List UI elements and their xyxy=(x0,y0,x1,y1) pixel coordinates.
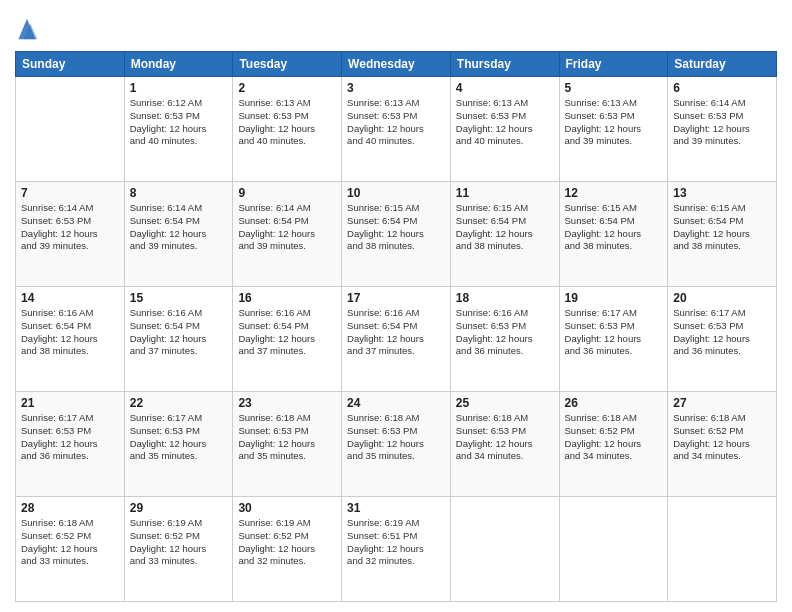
calendar-cell: 25Sunrise: 6:18 AM Sunset: 6:53 PM Dayli… xyxy=(450,392,559,497)
day-number: 30 xyxy=(238,501,336,515)
calendar-header-row: SundayMondayTuesdayWednesdayThursdayFrid… xyxy=(16,52,777,77)
calendar-cell: 22Sunrise: 6:17 AM Sunset: 6:53 PM Dayli… xyxy=(124,392,233,497)
day-header-monday: Monday xyxy=(124,52,233,77)
day-number: 26 xyxy=(565,396,663,410)
day-info: Sunrise: 6:17 AM Sunset: 6:53 PM Dayligh… xyxy=(21,412,119,463)
day-header-tuesday: Tuesday xyxy=(233,52,342,77)
day-header-saturday: Saturday xyxy=(668,52,777,77)
day-number: 19 xyxy=(565,291,663,305)
calendar-week-row: 14Sunrise: 6:16 AM Sunset: 6:54 PM Dayli… xyxy=(16,287,777,392)
day-number: 13 xyxy=(673,186,771,200)
calendar-cell: 26Sunrise: 6:18 AM Sunset: 6:52 PM Dayli… xyxy=(559,392,668,497)
day-header-friday: Friday xyxy=(559,52,668,77)
day-info: Sunrise: 6:18 AM Sunset: 6:52 PM Dayligh… xyxy=(21,517,119,568)
day-number: 4 xyxy=(456,81,554,95)
calendar-cell: 13Sunrise: 6:15 AM Sunset: 6:54 PM Dayli… xyxy=(668,182,777,287)
day-number: 22 xyxy=(130,396,228,410)
calendar-cell: 9Sunrise: 6:14 AM Sunset: 6:54 PM Daylig… xyxy=(233,182,342,287)
calendar-cell: 7Sunrise: 6:14 AM Sunset: 6:53 PM Daylig… xyxy=(16,182,125,287)
day-number: 29 xyxy=(130,501,228,515)
calendar-cell: 31Sunrise: 6:19 AM Sunset: 6:51 PM Dayli… xyxy=(342,497,451,602)
day-number: 14 xyxy=(21,291,119,305)
calendar-cell: 4Sunrise: 6:13 AM Sunset: 6:53 PM Daylig… xyxy=(450,77,559,182)
day-info: Sunrise: 6:18 AM Sunset: 6:53 PM Dayligh… xyxy=(238,412,336,463)
day-number: 15 xyxy=(130,291,228,305)
day-info: Sunrise: 6:17 AM Sunset: 6:53 PM Dayligh… xyxy=(565,307,663,358)
day-info: Sunrise: 6:15 AM Sunset: 6:54 PM Dayligh… xyxy=(565,202,663,253)
day-info: Sunrise: 6:18 AM Sunset: 6:52 PM Dayligh… xyxy=(565,412,663,463)
day-number: 16 xyxy=(238,291,336,305)
day-info: Sunrise: 6:13 AM Sunset: 6:53 PM Dayligh… xyxy=(238,97,336,148)
day-info: Sunrise: 6:14 AM Sunset: 6:54 PM Dayligh… xyxy=(238,202,336,253)
day-number: 11 xyxy=(456,186,554,200)
calendar-cell: 27Sunrise: 6:18 AM Sunset: 6:52 PM Dayli… xyxy=(668,392,777,497)
day-info: Sunrise: 6:14 AM Sunset: 6:53 PM Dayligh… xyxy=(673,97,771,148)
day-info: Sunrise: 6:19 AM Sunset: 6:52 PM Dayligh… xyxy=(130,517,228,568)
day-number: 5 xyxy=(565,81,663,95)
header xyxy=(15,15,777,43)
day-number: 23 xyxy=(238,396,336,410)
logo xyxy=(15,15,45,43)
calendar-week-row: 1Sunrise: 6:12 AM Sunset: 6:53 PM Daylig… xyxy=(16,77,777,182)
calendar-cell xyxy=(16,77,125,182)
calendar-cell: 29Sunrise: 6:19 AM Sunset: 6:52 PM Dayli… xyxy=(124,497,233,602)
calendar-cell: 30Sunrise: 6:19 AM Sunset: 6:52 PM Dayli… xyxy=(233,497,342,602)
day-info: Sunrise: 6:17 AM Sunset: 6:53 PM Dayligh… xyxy=(130,412,228,463)
day-number: 12 xyxy=(565,186,663,200)
day-number: 17 xyxy=(347,291,445,305)
calendar-cell: 14Sunrise: 6:16 AM Sunset: 6:54 PM Dayli… xyxy=(16,287,125,392)
calendar-cell: 20Sunrise: 6:17 AM Sunset: 6:53 PM Dayli… xyxy=(668,287,777,392)
logo-icon xyxy=(15,15,39,43)
calendar-cell: 19Sunrise: 6:17 AM Sunset: 6:53 PM Dayli… xyxy=(559,287,668,392)
day-number: 18 xyxy=(456,291,554,305)
calendar-cell xyxy=(668,497,777,602)
day-header-thursday: Thursday xyxy=(450,52,559,77)
calendar-cell: 1Sunrise: 6:12 AM Sunset: 6:53 PM Daylig… xyxy=(124,77,233,182)
day-info: Sunrise: 6:14 AM Sunset: 6:53 PM Dayligh… xyxy=(21,202,119,253)
day-info: Sunrise: 6:16 AM Sunset: 6:54 PM Dayligh… xyxy=(21,307,119,358)
day-info: Sunrise: 6:12 AM Sunset: 6:53 PM Dayligh… xyxy=(130,97,228,148)
calendar-cell: 10Sunrise: 6:15 AM Sunset: 6:54 PM Dayli… xyxy=(342,182,451,287)
day-number: 28 xyxy=(21,501,119,515)
day-info: Sunrise: 6:18 AM Sunset: 6:52 PM Dayligh… xyxy=(673,412,771,463)
day-info: Sunrise: 6:17 AM Sunset: 6:53 PM Dayligh… xyxy=(673,307,771,358)
calendar-cell: 5Sunrise: 6:13 AM Sunset: 6:53 PM Daylig… xyxy=(559,77,668,182)
day-info: Sunrise: 6:13 AM Sunset: 6:53 PM Dayligh… xyxy=(456,97,554,148)
day-number: 31 xyxy=(347,501,445,515)
day-number: 7 xyxy=(21,186,119,200)
calendar-cell xyxy=(559,497,668,602)
day-info: Sunrise: 6:16 AM Sunset: 6:54 PM Dayligh… xyxy=(130,307,228,358)
day-number: 21 xyxy=(21,396,119,410)
day-info: Sunrise: 6:14 AM Sunset: 6:54 PM Dayligh… xyxy=(130,202,228,253)
calendar-cell: 6Sunrise: 6:14 AM Sunset: 6:53 PM Daylig… xyxy=(668,77,777,182)
calendar-cell: 23Sunrise: 6:18 AM Sunset: 6:53 PM Dayli… xyxy=(233,392,342,497)
calendar-cell: 18Sunrise: 6:16 AM Sunset: 6:53 PM Dayli… xyxy=(450,287,559,392)
day-number: 25 xyxy=(456,396,554,410)
calendar-cell: 8Sunrise: 6:14 AM Sunset: 6:54 PM Daylig… xyxy=(124,182,233,287)
day-info: Sunrise: 6:16 AM Sunset: 6:53 PM Dayligh… xyxy=(456,307,554,358)
day-info: Sunrise: 6:13 AM Sunset: 6:53 PM Dayligh… xyxy=(347,97,445,148)
day-number: 2 xyxy=(238,81,336,95)
calendar-cell: 15Sunrise: 6:16 AM Sunset: 6:54 PM Dayli… xyxy=(124,287,233,392)
day-info: Sunrise: 6:18 AM Sunset: 6:53 PM Dayligh… xyxy=(347,412,445,463)
day-info: Sunrise: 6:15 AM Sunset: 6:54 PM Dayligh… xyxy=(673,202,771,253)
day-info: Sunrise: 6:13 AM Sunset: 6:53 PM Dayligh… xyxy=(565,97,663,148)
calendar-cell: 21Sunrise: 6:17 AM Sunset: 6:53 PM Dayli… xyxy=(16,392,125,497)
day-info: Sunrise: 6:16 AM Sunset: 6:54 PM Dayligh… xyxy=(347,307,445,358)
calendar-week-row: 7Sunrise: 6:14 AM Sunset: 6:53 PM Daylig… xyxy=(16,182,777,287)
day-number: 6 xyxy=(673,81,771,95)
day-header-sunday: Sunday xyxy=(16,52,125,77)
calendar-table: SundayMondayTuesdayWednesdayThursdayFrid… xyxy=(15,51,777,602)
day-number: 27 xyxy=(673,396,771,410)
calendar-cell: 24Sunrise: 6:18 AM Sunset: 6:53 PM Dayli… xyxy=(342,392,451,497)
day-number: 9 xyxy=(238,186,336,200)
day-info: Sunrise: 6:19 AM Sunset: 6:51 PM Dayligh… xyxy=(347,517,445,568)
day-number: 1 xyxy=(130,81,228,95)
calendar-cell: 12Sunrise: 6:15 AM Sunset: 6:54 PM Dayli… xyxy=(559,182,668,287)
calendar-week-row: 21Sunrise: 6:17 AM Sunset: 6:53 PM Dayli… xyxy=(16,392,777,497)
day-number: 8 xyxy=(130,186,228,200)
calendar-cell: 17Sunrise: 6:16 AM Sunset: 6:54 PM Dayli… xyxy=(342,287,451,392)
day-info: Sunrise: 6:18 AM Sunset: 6:53 PM Dayligh… xyxy=(456,412,554,463)
day-number: 20 xyxy=(673,291,771,305)
calendar-cell: 16Sunrise: 6:16 AM Sunset: 6:54 PM Dayli… xyxy=(233,287,342,392)
